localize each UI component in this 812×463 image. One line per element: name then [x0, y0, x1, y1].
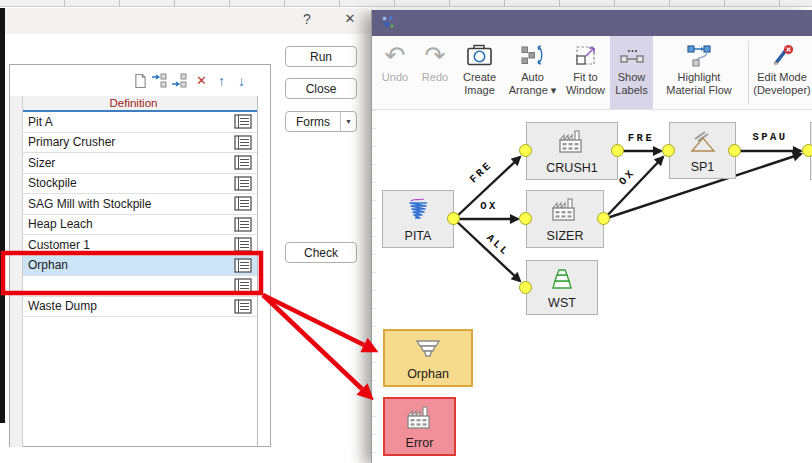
port[interactable] — [597, 212, 610, 225]
list-item-label: SAG Mill with Stockpile — [28, 197, 234, 211]
undo-button[interactable]: ↶ Undo — [375, 36, 415, 109]
factory-icon — [557, 129, 587, 155]
list-item[interactable]: Sizer — [23, 153, 257, 174]
node-sizer[interactable]: SIZER — [526, 190, 604, 248]
highlight-material-flow-button[interactable]: HighlightMaterial Flow — [653, 36, 745, 109]
diagram-titlebar — [372, 10, 812, 36]
list-item-label: Sizer — [28, 156, 234, 170]
background-ruler — [0, 0, 812, 7]
fit-to-window-icon — [574, 44, 598, 68]
node-pita[interactable]: PITA — [382, 190, 454, 248]
chevron-down-icon[interactable]: ▼ — [340, 112, 356, 131]
fit-to-window-button[interactable]: Fit toWindow — [561, 36, 610, 109]
dump-icon — [547, 267, 577, 293]
edge-label: OX — [480, 200, 498, 212]
port[interactable] — [447, 212, 460, 225]
open-form-button[interactable] — [234, 237, 252, 252]
edge-label: SPAU — [752, 131, 787, 143]
edit-mode-pen-icon — [769, 43, 795, 69]
port[interactable] — [611, 144, 624, 157]
list-item[interactable]: Heap Leach — [23, 215, 257, 236]
list-item-label: Stockpile — [28, 176, 234, 190]
node-label: WST — [548, 296, 576, 310]
diagram-window: ↶ Undo ↷ Redo CreateImage AutoArrange ▾ — [371, 10, 812, 463]
open-form-button[interactable] — [234, 176, 252, 191]
move-up-button[interactable]: ↑ — [213, 71, 230, 90]
open-form-button[interactable] — [234, 196, 252, 211]
definitions-dialog: ? ✕ ✕ ↑ ↓ Definition Pit A — [5, 8, 372, 463]
close-button[interactable]: Close — [285, 78, 357, 99]
screen: ? ✕ ✕ ↑ ↓ Definition Pit A — [0, 0, 812, 463]
app-logo-icon — [381, 15, 398, 31]
list-item-label: Pit A — [28, 115, 234, 129]
list-item[interactable] — [23, 276, 257, 297]
create-image-button[interactable]: CreateImage — [455, 36, 504, 109]
auto-arrange-icon — [520, 44, 546, 68]
show-labels-button[interactable]: ShowLabels — [610, 36, 653, 109]
list-item-label: Orphan — [28, 258, 234, 272]
factory-icon — [550, 197, 580, 223]
edit-mode-developer-button[interactable]: Edit Mode(Developer) — [752, 36, 812, 109]
insert-link-before-button[interactable] — [151, 71, 168, 90]
list-item[interactable]: Waste Dump — [23, 297, 257, 318]
diagram-toolbar: ↶ Undo ↷ Redo CreateImage AutoArrange ▾ — [372, 36, 812, 110]
dialog-titlebar: ? ✕ — [5, 8, 372, 34]
insert-link-after-icon — [171, 73, 188, 88]
arrow-down-icon: ↓ — [238, 73, 245, 89]
toolbar-separator — [748, 41, 749, 104]
node-orphan[interactable]: Orphan — [383, 329, 473, 387]
redo-button[interactable]: ↷ Redo — [415, 36, 455, 109]
list-item[interactable]: Stockpile — [23, 174, 257, 195]
arrow-up-icon: ↑ — [218, 73, 225, 89]
port[interactable] — [519, 212, 532, 225]
node-label: SIZER — [547, 229, 584, 243]
node-error[interactable]: Error — [383, 397, 456, 456]
port[interactable] — [662, 144, 675, 157]
open-form-button[interactable] — [234, 278, 252, 293]
node-crush1[interactable]: CRUSH1 — [526, 122, 618, 180]
run-button[interactable]: Run — [285, 46, 357, 67]
close-icon[interactable]: ✕ — [341, 11, 359, 31]
node-label: Error — [406, 436, 434, 450]
highlight-material-flow-icon — [684, 44, 714, 68]
list-item[interactable]: SAG Mill with Stockpile — [23, 194, 257, 215]
list-item[interactable]: Customer 1 — [23, 235, 257, 256]
node-sp1[interactable]: SP1 — [669, 122, 736, 179]
node-wst[interactable]: WST — [526, 260, 598, 315]
list-item[interactable]: Primary Crusher — [23, 133, 257, 154]
list-item-label: Primary Crusher — [28, 135, 234, 149]
open-form-button[interactable] — [234, 155, 252, 170]
insert-link-before-icon — [151, 73, 168, 88]
port[interactable] — [519, 144, 532, 157]
forms-button[interactable]: Forms ▼ — [285, 111, 357, 132]
open-form-button[interactable] — [234, 217, 252, 232]
auto-arrange-button[interactable]: AutoArrange ▾ — [504, 36, 561, 109]
port[interactable] — [802, 144, 812, 157]
port[interactable] — [728, 144, 741, 157]
new-page-icon — [134, 73, 147, 89]
insert-link-after-button[interactable] — [171, 71, 188, 90]
camera-icon — [466, 43, 493, 68]
check-button[interactable]: Check — [285, 242, 357, 263]
port[interactable] — [519, 281, 532, 294]
delete-button[interactable]: ✕ — [193, 71, 210, 90]
list-toolbar: ✕ ↑ ↓ — [10, 65, 270, 96]
node-label: Orphan — [407, 367, 449, 381]
row-selector-column — [10, 96, 23, 447]
open-form-button[interactable] — [234, 135, 252, 150]
new-item-button[interactable] — [132, 71, 149, 90]
list-item[interactable]: Orphan — [23, 256, 257, 277]
forms-button-label: Forms — [286, 115, 340, 129]
list-item[interactable]: Pit A — [23, 112, 257, 133]
help-button[interactable]: ? — [298, 11, 316, 31]
list-item-label: Heap Leach — [28, 217, 234, 231]
move-down-button[interactable]: ↓ — [233, 71, 250, 90]
flow-canvas[interactable]: PITA CRUSH1 SIZER SP1 WST Orphan — [372, 110, 812, 463]
factory-icon — [405, 405, 435, 431]
node-label: CRUSH1 — [546, 161, 597, 175]
open-form-button[interactable] — [234, 114, 252, 129]
list-item-label: Customer 1 — [28, 238, 234, 252]
definitions-list: Pit A Primary Crusher Sizer Stockpile SA… — [23, 112, 257, 317]
open-form-button[interactable] — [234, 258, 252, 273]
open-form-button[interactable] — [234, 299, 252, 314]
